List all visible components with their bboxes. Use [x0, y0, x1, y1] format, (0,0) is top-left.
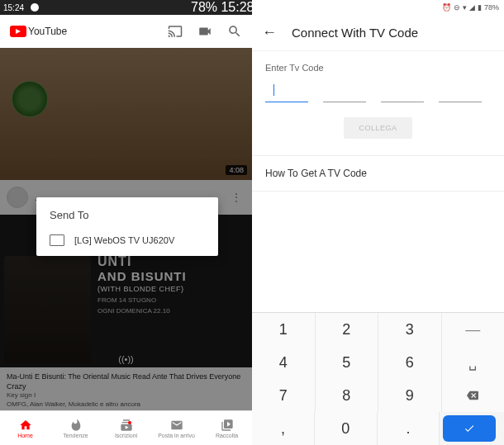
- mail-icon: [170, 419, 183, 432]
- home-icon: [19, 419, 32, 432]
- nav-subs-label: Iscrizioni: [115, 433, 137, 438]
- code-input-4[interactable]: [439, 84, 482, 102]
- play-icon: [10, 26, 26, 37]
- popup-title: Send To: [50, 209, 205, 221]
- code-label: Enter Tv Code: [265, 63, 491, 73]
- overlay-time: 78% 15:28: [191, 0, 254, 15]
- key-dash[interactable]: —: [442, 313, 505, 346]
- numeric-keypad: 1 2 3 — 4 5 6 ␣ 7 8 9 , 0 .: [252, 312, 504, 445]
- key-space[interactable]: ␣: [442, 346, 505, 379]
- nav-inbox-label: Posta in arrivo: [158, 433, 195, 438]
- bottom-nav: Home Tendenze Iscrizioni Posta in arrivo…: [0, 410, 252, 445]
- key-8[interactable]: 8: [316, 379, 379, 412]
- key-7[interactable]: 7: [252, 379, 316, 412]
- status-bar-right: ⏰ ⊖ ▾ ◢ ▮ 78%: [252, 0, 504, 15]
- nav-subscriptions[interactable]: Iscrizioni: [101, 411, 151, 445]
- nav-trending-label: Tendenze: [63, 433, 88, 438]
- messenger-icon: [31, 3, 39, 12]
- dnd-icon: ⊖: [454, 3, 460, 12]
- cast-icon[interactable]: [168, 24, 183, 39]
- key-5[interactable]: 5: [316, 346, 379, 379]
- camera-icon[interactable]: [197, 24, 212, 39]
- check-icon: [461, 423, 478, 434]
- nav-trending[interactable]: Tendenze: [50, 411, 101, 445]
- key-3[interactable]: 3: [378, 313, 442, 346]
- code-inputs: [265, 84, 491, 102]
- howto-link[interactable]: How To Get A TV Code: [252, 156, 504, 191]
- nav-library-label: Raccolta: [216, 433, 238, 438]
- connect-button[interactable]: COLLEGA: [344, 117, 411, 139]
- key-6[interactable]: 6: [378, 346, 442, 379]
- signal-icon: ◢: [469, 3, 475, 12]
- nav-library[interactable]: Raccolta: [202, 411, 252, 445]
- library-icon: [221, 419, 234, 432]
- page-title: Connect With TV Code: [292, 26, 418, 40]
- brand-text: YouTube: [28, 26, 67, 37]
- code-input-3[interactable]: [381, 84, 424, 102]
- nav-home[interactable]: Home: [0, 411, 50, 445]
- back-button[interactable]: ←: [262, 24, 277, 41]
- fire-icon: [69, 419, 83, 432]
- youtube-header: YouTube: [0, 15, 252, 48]
- notification-dot: [128, 421, 131, 424]
- key-1[interactable]: 1: [252, 313, 316, 346]
- search-icon[interactable]: [227, 24, 242, 39]
- key-confirm[interactable]: [443, 415, 496, 442]
- key-dot[interactable]: .: [378, 412, 440, 445]
- backspace-icon: [464, 390, 481, 401]
- status-time: 15:24: [3, 3, 24, 12]
- youtube-logo[interactable]: YouTube: [10, 26, 67, 37]
- key-0[interactable]: 0: [315, 412, 378, 445]
- youtube-app-screen: 15:24 YouTube 4:08 ... ⋮ UNTI AND BISUNT…: [0, 0, 252, 445]
- key-comma[interactable]: ,: [252, 412, 315, 445]
- nav-inbox[interactable]: Posta in arrivo: [151, 411, 202, 445]
- subs-icon: [120, 419, 133, 432]
- device-option[interactable]: [LG] WebOS TV UJ620V: [50, 234, 205, 246]
- key-2[interactable]: 2: [316, 313, 379, 346]
- tv-icon: [50, 234, 64, 246]
- code-input-2[interactable]: [323, 84, 366, 102]
- connect-tv-screen: ⏰ ⊖ ▾ ◢ ▮ 78% ← Connect With TV Code Ent…: [252, 0, 504, 445]
- key-9[interactable]: 9: [378, 379, 442, 412]
- connect-header: ← Connect With TV Code: [252, 15, 504, 51]
- key-4[interactable]: 4: [252, 346, 316, 379]
- device-name: [LG] WebOS TV UJ620V: [74, 235, 174, 245]
- nav-home-label: Home: [17, 433, 33, 438]
- divider: [252, 191, 504, 192]
- send-to-popup: Send To [LG] WebOS TV UJ620V: [36, 197, 218, 256]
- alarm-icon: ⏰: [442, 3, 451, 12]
- key-backspace[interactable]: [442, 379, 505, 412]
- battery-icon: ▮: [478, 3, 482, 12]
- battery-percent: 78%: [484, 3, 499, 12]
- wifi-icon: ▾: [463, 3, 467, 12]
- code-entry-section: Enter Tv Code COLLEGA: [252, 51, 504, 155]
- code-input-1[interactable]: [265, 84, 308, 102]
